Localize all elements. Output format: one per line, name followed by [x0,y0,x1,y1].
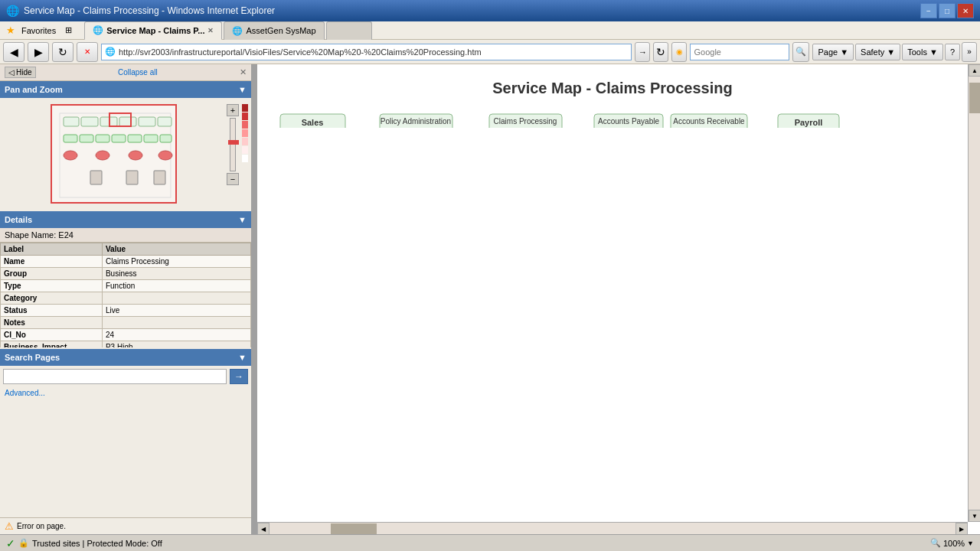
pan-zoom-preview[interactable] [51,104,177,204]
payroll-node[interactable]: Payroll Not Assigned [778,114,839,128]
details-content: Shape Name: E24 Label Value NameClaims P… [0,228,251,347]
svg-text:Accounts Receivable: Accounts Receivable [673,117,745,126]
detail-label-5: Notes [1,317,103,329]
scroll-thumb-vertical[interactable] [969,83,980,113]
go-button[interactable]: → [635,42,650,62]
stop-button[interactable]: ✕ [77,42,98,62]
scroll-right-button[interactable]: ▶ [956,523,968,534]
zoom-in-button[interactable]: + [227,104,239,116]
svg-point-17 [158,151,172,160]
pan-zoom-header[interactable]: Pan and Zoom ▼ [0,81,251,98]
vertical-scrollbar[interactable]: ▲ ▼ [968,64,980,522]
advanced-link[interactable]: Advanced... [0,387,251,399]
color-scale [242,101,248,207]
close-panel-icon[interactable]: ✕ [240,67,247,77]
preview-svg [52,106,177,204]
hide-button[interactable]: ◁ Hide [5,67,36,78]
toolbar-right: Page ▼ Safety ▼ Tools ▼ ? » [812,42,977,62]
error-bar: ⚠ Error on page. [0,517,251,534]
window-title: Service Map - Claims Processing - Window… [24,5,920,16]
scroll-down-button[interactable]: ▼ [969,510,980,522]
refresh-btn-2[interactable]: ↻ [653,42,668,62]
details-title: Details [5,215,32,224]
detail-label-0: Name [1,256,103,268]
help-button[interactable]: ? [945,44,960,60]
accounts-payable-node[interactable]: Accounts Payable Mark Biggs [594,114,663,128]
svg-rect-9 [96,135,109,142]
scroll-up-button[interactable]: ▲ [969,64,980,77]
warning-icon: ⚠ [5,520,14,532]
detail-value-3 [102,292,250,305]
diagram-wrapper: Service Map - Claims Processing Sales Ma… [257,64,968,522]
shield-green: 🔒 [18,538,29,548]
scroll-track-vertical[interactable] [969,77,980,510]
zoom-slider-thumb[interactable] [228,140,239,145]
tab-service-map[interactable]: 🌐 Service Map - Claims P... ✕ [84,21,222,40]
svg-rect-2 [81,117,98,126]
zoom-out-button[interactable]: − [227,173,239,185]
rss-button[interactable]: ◉ [671,42,687,62]
star-icon: ★ [6,24,15,36]
tab-close-1[interactable]: ✕ [207,27,214,34]
horizontal-scrollbar[interactable]: ◀ ▶ [257,522,968,534]
detail-value-5 [102,317,250,329]
refresh-button[interactable]: ↻ [52,42,74,62]
svg-rect-18 [90,171,102,184]
search-input[interactable] [690,44,789,60]
svg-rect-5 [139,117,155,126]
address-text: http://svr2003/infrastructureportal/Visi… [119,47,482,57]
detail-value-7: P3 High [102,341,250,347]
scroll-track-horizontal[interactable] [270,523,956,534]
search-pages-go-button[interactable]: → [230,369,248,384]
policy-admin-node[interactable]: Policy Administration John Macintyre [380,114,452,128]
claims-processing-node[interactable]: Claims Processing Mark Biggs [489,114,562,128]
zoom-status[interactable]: 🔍 100% ▼ [930,538,974,548]
accounts-receivable-node[interactable]: Accounts Receivable Keiran Flaherty [671,114,747,128]
diagram-area: Service Map - Claims Processing Sales Ma… [257,64,968,128]
collapse-all-link[interactable]: Collapse all [118,68,158,77]
detail-label-4: Status [1,305,103,317]
tabs-icon[interactable]: ⊞ [65,25,72,35]
forward-button[interactable]: ▶ [28,42,49,62]
svg-point-14 [64,151,77,160]
sales-node[interactable]: Sales Mark Biggs [280,114,345,128]
address-bar[interactable]: 🌐 http://svr2003/infrastructureportal/Vi… [101,44,632,60]
svg-rect-19 [126,171,138,184]
favorites-label[interactable]: Favorites [21,26,56,35]
pan-zoom-title: Pan and Zoom [5,85,63,94]
tools-menu-button[interactable]: Tools ▼ [902,44,943,60]
back-button[interactable]: ◀ [3,42,24,62]
zoom-icon: 🔍 [930,538,941,548]
tab-label-1: Service Map - Claims P... [106,26,204,35]
svg-rect-13 [160,135,172,142]
status-bar: ✓ 🔒 Trusted sites | Protected Mode: Off … [0,534,980,551]
close-button[interactable]: ✕ [957,3,974,18]
expand-button[interactable]: » [962,42,977,62]
maximize-button[interactable]: □ [939,3,956,18]
scroll-thumb-horizontal[interactable] [331,523,377,534]
detail-label-2: Type [1,280,103,292]
svg-text:Sales: Sales [302,118,324,127]
svg-rect-1 [64,117,79,126]
tab-ie-icon-2: 🌐 [232,26,243,36]
zoom-slider-track[interactable] [230,118,236,171]
pan-zoom-content: + − [0,98,251,210]
search-go-button[interactable]: 🔍 [792,42,809,62]
search-pages-input[interactable] [3,369,227,384]
favorites-bar: ★ Favorites ⊞ 🌐 Service Map - Claims P..… [0,21,980,40]
page-menu-button[interactable]: Page ▼ [812,44,854,60]
arrow-left-icon: ◁ [8,68,15,77]
minimize-button[interactable]: − [920,3,937,18]
tab-new[interactable] [326,21,372,40]
content-area: Service Map - Claims Processing Sales Ma… [257,64,980,534]
safety-menu-button[interactable]: Safety ▼ [855,44,900,60]
detail-value-6: 24 [102,329,250,341]
scroll-left-button[interactable]: ◀ [257,523,270,534]
search-pages-header[interactable]: Search Pages ▼ [0,349,251,366]
shape-name: Shape Name: E24 [0,228,251,243]
svg-rect-20 [154,171,165,184]
details-header[interactable]: Details ▼ [0,211,251,228]
tab-assetgen[interactable]: 🌐 AssetGen SysMap [224,21,324,40]
error-text: Error on page. [17,522,66,530]
diagram-svg: Sales Mark Biggs Policy Administration J… [273,106,900,128]
